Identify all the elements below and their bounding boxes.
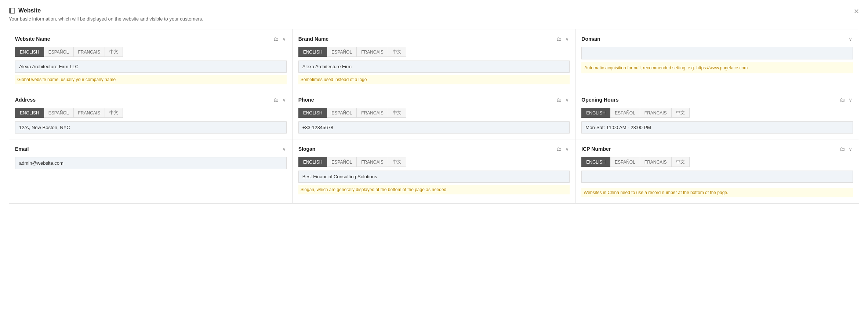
opening-tab-es[interactable]: ESPAÑOL [610, 108, 640, 118]
brand-name-folder-btn[interactable]: 🗂 [556, 35, 562, 43]
address-lang-tabs: ENGLISH ESPAÑOL FRANCAIS 中文 [15, 108, 287, 118]
brand-name-input[interactable] [298, 61, 570, 73]
opening-hours-chevron-btn[interactable]: ∨ [848, 96, 853, 103]
page-description: Your basic information, which will be di… [9, 16, 859, 22]
icp-tab-fr[interactable]: FRANCAIS [640, 157, 672, 167]
slogan-hint: Slogan, which are generally displayed at… [298, 185, 570, 194]
phone-lang-tabs: ENGLISH ESPAÑOL FRANCAIS 中文 [298, 108, 570, 118]
opening-tab-en[interactable]: ENGLISH [581, 108, 610, 118]
slogan-chevron-btn[interactable]: ∨ [564, 145, 570, 153]
address-chevron-btn[interactable]: ∨ [282, 96, 287, 103]
address-card: Address 🗂 ∨ ENGLISH ESPAÑOL FRANCAIS 中文 [9, 90, 293, 140]
opening-hours-card: Opening Hours 🗂 ∨ ENGLISH ESPAÑOL FRANCA… [575, 90, 859, 140]
domain-card: Domain ∨ Automatic acquisition for null,… [575, 29, 859, 91]
domain-title: Domain [581, 36, 600, 42]
icp-number-title: ICP Number [581, 146, 611, 152]
settings-grid: Website Name 🗂 ∨ ENGLISH ESPAÑOL FRANCAI… [9, 29, 859, 204]
icp-number-card: ICP Number 🗂 ∨ ENGLISH ESPAÑOL FRANCAIS … [575, 139, 859, 204]
phone-folder-btn[interactable]: 🗂 [556, 96, 562, 103]
address-folder-btn[interactable]: 🗂 [273, 96, 279, 103]
address-tab-es[interactable]: ESPAÑOL [44, 108, 74, 118]
email-chevron-btn[interactable]: ∨ [282, 145, 287, 153]
website-name-hint: Global website name, usually your compan… [15, 75, 287, 84]
opening-tab-fr[interactable]: FRANCAIS [640, 108, 672, 118]
slogan-card: Slogan 🗂 ∨ ENGLISH ESPAÑOL FRANCAIS 中文 S… [292, 139, 576, 204]
slogan-lang-tabs: ENGLISH ESPAÑOL FRANCAIS 中文 [298, 157, 570, 167]
icp-tab-en[interactable]: ENGLISH [581, 157, 610, 167]
website-name-lang-tabs: ENGLISH ESPAÑOL FRANCAIS 中文 [15, 47, 287, 57]
domain-input[interactable] [581, 47, 853, 59]
phone-input[interactable] [298, 121, 570, 134]
phone-tab-es[interactable]: ESPAÑOL [327, 108, 357, 118]
website-name-input[interactable] [15, 61, 287, 73]
icp-input[interactable] [581, 171, 853, 183]
tab-en[interactable]: ENGLISH [15, 47, 44, 57]
address-tab-zh[interactable]: 中文 [105, 108, 123, 118]
close-button[interactable]: ✕ [854, 7, 859, 15]
email-input[interactable] [15, 157, 287, 169]
brand-name-hint: Sometimes used instead of a logo [298, 75, 570, 84]
tab-fr[interactable]: FRANCAIS [73, 47, 105, 57]
icp-lang-tabs: ENGLISH ESPAÑOL FRANCAIS 中文 [581, 157, 853, 167]
icp-hint: Websites in China need to use a record n… [581, 188, 853, 197]
slogan-folder-btn[interactable]: 🗂 [556, 145, 562, 153]
slogan-tab-fr[interactable]: FRANCAIS [356, 157, 388, 167]
opening-hours-folder-btn[interactable]: 🗂 [839, 96, 846, 103]
address-tab-en[interactable]: ENGLISH [15, 108, 44, 118]
brand-name-card: Brand Name 🗂 ∨ ENGLISH ESPAÑOL FRANCAIS … [292, 29, 576, 91]
brand-name-title: Brand Name [298, 36, 328, 42]
slogan-tab-en[interactable]: ENGLISH [298, 157, 327, 167]
slogan-tab-es[interactable]: ESPAÑOL [327, 157, 357, 167]
website-name-folder-btn[interactable]: 🗂 [273, 35, 279, 43]
phone-tab-fr[interactable]: FRANCAIS [356, 108, 388, 118]
icp-tab-es[interactable]: ESPAÑOL [610, 157, 640, 167]
phone-tab-zh[interactable]: 中文 [388, 108, 406, 118]
brand-tab-en[interactable]: ENGLISH [298, 47, 327, 57]
slogan-input[interactable] [298, 171, 570, 183]
domain-chevron-btn[interactable]: ∨ [848, 35, 853, 43]
website-name-title: Website Name [15, 36, 50, 42]
icp-chevron-btn[interactable]: ∨ [848, 145, 853, 153]
email-title: Email [15, 146, 29, 152]
opening-hours-title: Opening Hours [581, 97, 618, 103]
phone-card: Phone 🗂 ∨ ENGLISH ESPAÑOL FRANCAIS 中文 [292, 90, 576, 140]
brand-name-chevron-btn[interactable]: ∨ [564, 35, 570, 43]
domain-hint: Automatic acquisition for null, recommen… [581, 62, 853, 73]
tab-es[interactable]: ESPAÑOL [44, 47, 74, 57]
icp-tab-zh[interactable]: 中文 [671, 157, 690, 167]
opening-tab-zh[interactable]: 中文 [671, 108, 690, 118]
website-name-card: Website Name 🗂 ∨ ENGLISH ESPAÑOL FRANCAI… [9, 29, 293, 91]
svg-rect-1 [10, 8, 11, 13]
slogan-tab-zh[interactable]: 中文 [388, 157, 406, 167]
email-card: Email ∨ [9, 139, 293, 204]
brand-tab-zh[interactable]: 中文 [388, 47, 406, 57]
address-tab-fr[interactable]: FRANCAIS [73, 108, 105, 118]
address-title: Address [15, 97, 36, 103]
icp-folder-btn[interactable]: 🗂 [839, 145, 846, 153]
brand-tab-es[interactable]: ESPAÑOL [327, 47, 357, 57]
brand-tab-fr[interactable]: FRANCAIS [356, 47, 388, 57]
phone-tab-en[interactable]: ENGLISH [298, 108, 327, 118]
opening-hours-input[interactable] [581, 121, 853, 134]
address-input[interactable] [15, 121, 287, 134]
brand-name-lang-tabs: ENGLISH ESPAÑOL FRANCAIS 中文 [298, 47, 570, 57]
opening-hours-lang-tabs: ENGLISH ESPAÑOL FRANCAIS 中文 [581, 108, 853, 118]
page-title: Website [18, 7, 41, 14]
website-name-chevron-btn[interactable]: ∨ [282, 35, 287, 43]
phone-chevron-btn[interactable]: ∨ [564, 96, 570, 103]
tab-zh[interactable]: 中文 [105, 47, 123, 57]
page-icon [9, 7, 15, 14]
phone-title: Phone [298, 97, 314, 103]
slogan-title: Slogan [298, 146, 316, 152]
